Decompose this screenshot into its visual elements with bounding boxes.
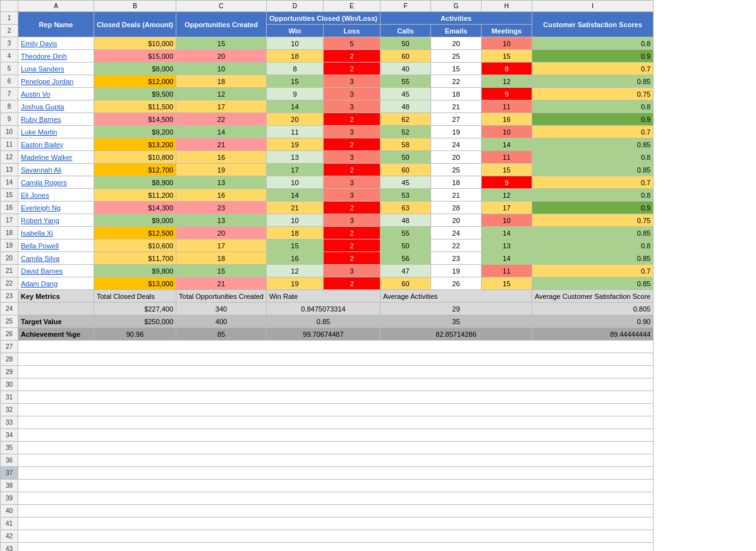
closed-amt-cell: $9,200 [94,126,176,138]
key-metrics-win-rate: 0.8475073314 [266,303,380,315]
rep-name-cell[interactable]: Adam Dang [18,277,94,290]
rep-name-cell[interactable]: Luna Sanders [18,63,94,75]
meetings-cell: 11 [481,151,532,164]
rep-name-cell[interactable]: Emily Davis [18,37,94,50]
rep-name-cell[interactable]: Ruby Barnes [18,113,94,126]
opp-created-cell: 21 [176,138,267,151]
col-g-header[interactable]: G [430,1,481,12]
col-c-header[interactable]: C [176,1,267,12]
rep-name-cell[interactable]: Camila Silva [18,252,94,265]
meetings-cell: 9 [481,176,532,189]
col-a-header[interactable]: A [18,1,94,12]
row-num-20: 20 [1,252,18,265]
row-num-2: 2 [1,25,18,37]
opp-created-cell: 10 [176,63,267,75]
sat-cell: 0.8 [532,239,653,252]
target-win-rate: 0.85 [266,315,380,328]
empty-row-38 [18,480,654,492]
opp-created-cell: 19 [176,164,267,176]
rep-name-cell[interactable]: Theodore Dinh [18,50,94,63]
corner-header [1,1,18,12]
win-cell: 17 [266,164,323,176]
rep-name-cell[interactable]: Penelope Jordan [18,75,94,88]
win-cell: 10 [266,214,323,227]
win-cell: 14 [266,100,323,113]
row-num-13: 13 [1,164,18,176]
win-cell: 10 [266,176,323,189]
achievement-closed-deals: 90.96 [94,328,176,341]
header-activities: Activities [380,12,532,25]
sat-cell: 0.85 [532,252,653,265]
loss-cell: 2 [323,252,380,265]
row-num-14: 14 [1,176,18,189]
loss-cell: 2 [323,227,380,239]
rep-name-cell[interactable]: David Barnes [18,265,94,277]
rep-name-cell[interactable]: Eli Jones [18,189,94,202]
key-metrics-avg-sat-label: Average Customer Satisfaction Score [532,290,653,303]
meetings-cell: 10 [481,214,532,227]
calls-cell: 53 [380,189,430,202]
row-num-34: 34 [1,429,18,442]
rep-name-cell[interactable]: Robert Yang [18,214,94,227]
closed-amt-cell: $13,000 [94,277,176,290]
empty-row-41 [18,518,654,530]
col-b-header[interactable]: B [94,1,176,12]
row-num-7: 7 [1,88,18,100]
rep-name-cell[interactable]: Easton Bailey [18,138,94,151]
loss-cell: 3 [323,151,380,164]
row-num-37: 37 [1,467,18,480]
col-i-header[interactable]: I [532,1,653,12]
rep-name-cell[interactable]: Camila Rogers [18,176,94,189]
rep-name-cell[interactable]: Luke Martin [18,126,94,138]
meetings-cell: 11 [481,100,532,113]
meetings-cell: 16 [481,113,532,126]
col-f-header[interactable]: F [380,1,430,12]
win-cell: 16 [266,252,323,265]
row-num-21: 21 [1,265,18,277]
calls-cell: 60 [380,164,430,176]
closed-amt-cell: $8,900 [94,176,176,189]
header-calls: Calls [380,25,430,37]
meetings-cell: 12 [481,189,532,202]
meetings-cell: 14 [481,227,532,239]
sat-cell: 0.85 [532,75,653,88]
loss-cell: 2 [323,202,380,214]
key-metrics-label: Key Metrics [18,290,94,303]
empty-row-32 [18,404,654,416]
loss-cell: 2 [323,138,380,151]
header-rep-name: Rep Name [18,12,94,37]
empty-row-43 [18,543,654,552]
col-e-header[interactable]: E [323,1,380,12]
rep-name-cell[interactable]: Everleigh Ng [18,202,94,214]
opp-created-cell: 15 [176,265,267,277]
col-h-header[interactable]: H [481,1,532,12]
header-opp-created: Opportunities Created [176,12,267,37]
emails-cell: 18 [430,88,481,100]
rep-name-cell[interactable]: Austin Vo [18,88,94,100]
rep-name-cell[interactable]: Savannah Ali [18,164,94,176]
opp-created-cell: 20 [176,50,267,63]
row-num-9: 9 [1,113,18,126]
empty-row-39 [18,492,654,505]
win-cell: 11 [266,126,323,138]
closed-amt-cell: $13,200 [94,138,176,151]
rep-name-cell[interactable]: Joshua Gupta [18,100,94,113]
rep-name-cell[interactable]: Isabella Xi [18,227,94,239]
sat-cell: 0.8 [532,189,653,202]
row-num-41: 41 [1,518,18,530]
col-d-header[interactable]: D [266,1,323,12]
loss-cell: 3 [323,88,380,100]
rep-name-cell[interactable]: Madeline Walker [18,151,94,164]
row-num-17: 17 [1,214,18,227]
rep-name-cell[interactable]: Bella Powell [18,239,94,252]
meetings-cell: 10 [481,126,532,138]
empty-row-33 [18,416,654,429]
emails-cell: 21 [430,189,481,202]
row-num-39: 39 [1,492,18,505]
win-cell: 18 [266,227,323,239]
empty-row-27 [18,341,654,353]
sat-cell: 0.9 [532,202,653,214]
meetings-cell: 14 [481,252,532,265]
key-metrics-total-closed: $227,400 [94,303,176,315]
win-cell: 12 [266,265,323,277]
